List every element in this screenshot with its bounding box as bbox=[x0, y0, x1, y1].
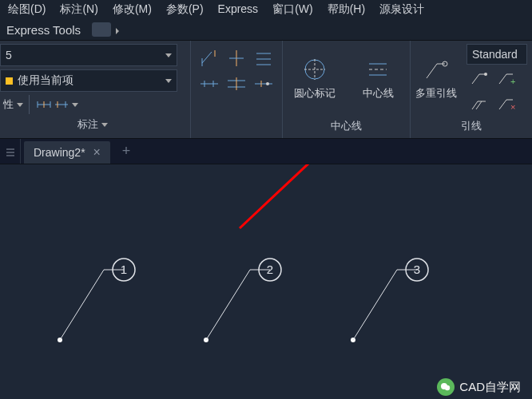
leader-remove-icon[interactable]: × bbox=[495, 93, 518, 114]
leader-number-2: 2 bbox=[267, 263, 273, 276]
svg-point-23 bbox=[266, 82, 269, 85]
panel-dimension: 5 使用当前项 性 标注 bbox=[0, 41, 190, 138]
dim-continue-icon[interactable] bbox=[53, 96, 70, 113]
drawing-canvas[interactable]: 1 2 3 CAD自学网 bbox=[0, 164, 532, 399]
dim-icon-1[interactable] bbox=[197, 47, 221, 69]
svg-text:+: + bbox=[510, 77, 515, 86]
watermark: CAD自学网 bbox=[437, 378, 521, 396]
drawing-content: 1 2 3 bbox=[0, 164, 532, 399]
new-tab-button[interactable]: + bbox=[117, 142, 136, 161]
panel-leader: 多重引线 Standard + × 引线 bbox=[410, 41, 532, 138]
panel-dim-icons bbox=[190, 41, 282, 138]
chevron-down-icon bbox=[165, 79, 172, 83]
leader-add-plus-icon[interactable]: + bbox=[495, 68, 518, 89]
menu-draw[interactable]: 绘图(D) bbox=[8, 2, 46, 17]
svg-point-35 bbox=[484, 73, 487, 76]
dim-icon-2[interactable] bbox=[224, 47, 248, 69]
svg-line-42 bbox=[499, 100, 506, 109]
svg-line-50 bbox=[60, 270, 104, 340]
svg-point-60 bbox=[406, 259, 428, 281]
leader-collect-icon[interactable] bbox=[468, 93, 490, 114]
express-tools-tab[interactable]: Express Tools bbox=[6, 23, 81, 37]
dim-properties-row: 性 bbox=[0, 95, 185, 114]
layer-dropdown-button[interactable] bbox=[92, 22, 111, 37]
svg-point-52 bbox=[113, 259, 135, 281]
menu-dim[interactable]: 标注(N) bbox=[60, 2, 97, 17]
dim-icon-4[interactable] bbox=[197, 73, 221, 95]
dim-linear-icon[interactable] bbox=[35, 96, 53, 113]
file-tab-active[interactable]: Drawing2* × bbox=[24, 141, 110, 164]
panel-dim-label[interactable]: 标注 bbox=[0, 114, 185, 136]
dim-icon-5[interactable] bbox=[224, 73, 248, 95]
leader-style-dropdown[interactable]: Standard bbox=[466, 44, 527, 65]
dim-scale-value: 5 bbox=[6, 49, 12, 61]
svg-point-62 bbox=[445, 385, 450, 390]
menu-help[interactable]: 帮助(H) bbox=[328, 2, 365, 17]
svg-point-57 bbox=[351, 338, 355, 342]
menu-yuanquan[interactable]: 源泉设计 bbox=[379, 2, 424, 17]
svg-text:×: × bbox=[510, 102, 515, 112]
leader-add-icon[interactable] bbox=[468, 68, 490, 89]
quick-access-row: Express Tools bbox=[0, 19, 532, 41]
svg-line-48 bbox=[240, 164, 374, 228]
center-line-button[interactable]: 中心线 bbox=[347, 41, 411, 116]
watermark-text: CAD自学网 bbox=[459, 380, 521, 395]
menu-param[interactable]: 参数(P) bbox=[166, 2, 204, 17]
leader-number-1: 1 bbox=[121, 263, 127, 276]
svg-point-53 bbox=[204, 338, 208, 342]
menu-window[interactable]: 窗口(W) bbox=[272, 2, 313, 17]
svg-point-49 bbox=[58, 338, 62, 342]
menu-bar: 绘图(D) 标注(N) 修改(M) 参数(P) Express 窗口(W) 帮助… bbox=[0, 0, 532, 19]
svg-line-33 bbox=[472, 74, 479, 84]
chevron-down-icon bbox=[17, 103, 23, 107]
svg-line-30 bbox=[427, 64, 437, 78]
circle-mark-button[interactable]: 圆心标记 bbox=[283, 41, 347, 116]
file-tab-label: Drawing2* bbox=[34, 146, 85, 159]
style-swatch-icon bbox=[6, 77, 13, 85]
dim-prop-label: 性 bbox=[3, 97, 14, 112]
close-icon[interactable]: × bbox=[93, 145, 101, 160]
multileader-button[interactable]: 多重引线 bbox=[411, 41, 462, 116]
dim-style-dropdown[interactable]: 使用当前项 bbox=[0, 69, 177, 92]
panel-centerline: 圆心标记 中心线 中心线 bbox=[282, 41, 410, 138]
menu-modify[interactable]: 修改(M) bbox=[113, 2, 152, 17]
dim-scale-dropdown[interactable]: 5 bbox=[0, 44, 177, 66]
tab-home-button[interactable] bbox=[0, 139, 21, 164]
svg-point-56 bbox=[259, 259, 281, 281]
dim-icon-3[interactable] bbox=[252, 47, 276, 69]
file-tabs: Drawing2* × + bbox=[0, 139, 532, 164]
chevron-down-icon bbox=[72, 103, 78, 107]
menu-express[interactable]: Express bbox=[218, 2, 259, 17]
svg-line-36 bbox=[499, 74, 506, 84]
chevron-down-icon bbox=[165, 53, 172, 57]
wechat-icon bbox=[437, 378, 455, 396]
svg-line-54 bbox=[206, 270, 250, 340]
panel-leader-label: 引线 bbox=[411, 116, 532, 138]
ribbon: 5 使用当前项 性 标注 bbox=[0, 41, 532, 139]
dim-icon-6[interactable] bbox=[252, 73, 276, 95]
leader-number-3: 3 bbox=[414, 263, 420, 276]
svg-line-58 bbox=[353, 270, 397, 340]
svg-line-7 bbox=[202, 52, 212, 63]
dim-style-value: 使用当前项 bbox=[18, 73, 73, 88]
panel-center-label: 中心线 bbox=[283, 116, 410, 138]
